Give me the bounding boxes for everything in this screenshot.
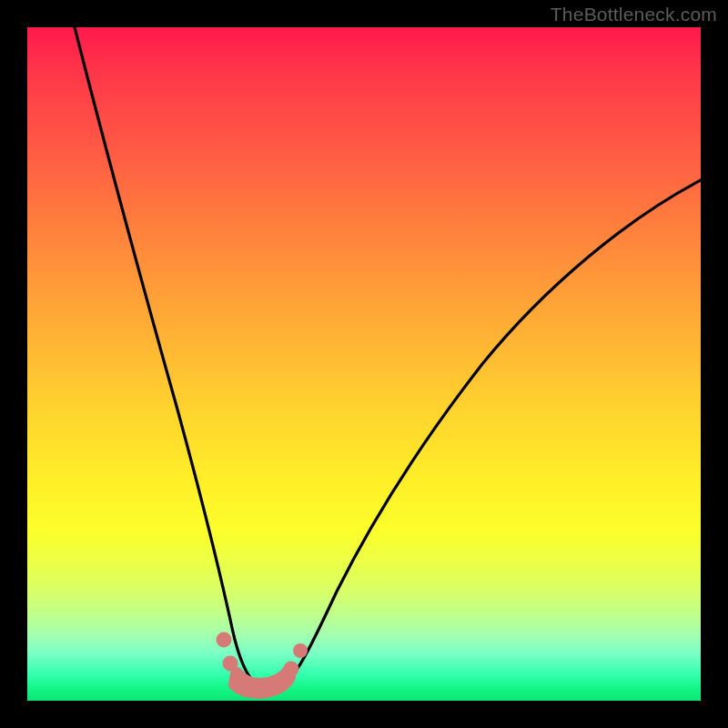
marker-dot	[293, 643, 308, 658]
marker-dot	[284, 662, 299, 677]
marker-dot	[217, 632, 232, 648]
watermark-text: TheBottleneck.com	[551, 4, 717, 25]
chart-frame: TheBottleneck.com	[0, 0, 728, 728]
marker-dot	[261, 679, 278, 695]
bottleneck-curve	[27, 27, 701, 701]
marker-dot	[223, 656, 238, 672]
plot-area	[27, 27, 701, 701]
marker-dot	[241, 679, 258, 695]
curve-path	[75, 27, 701, 689]
